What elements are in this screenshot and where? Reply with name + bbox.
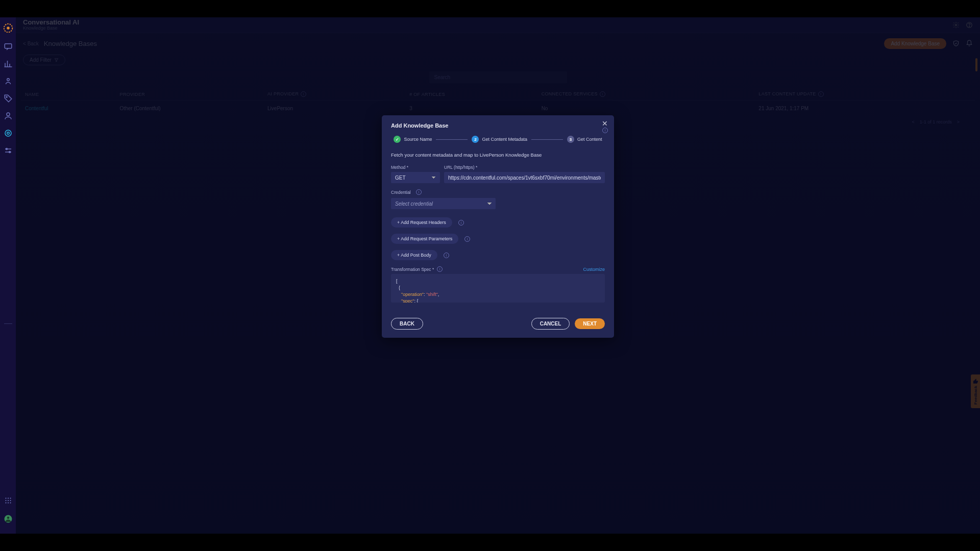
svg-point-6 [5,130,11,136]
svg-point-1 [7,27,10,30]
svg-point-15 [10,500,11,501]
avatar-icon[interactable] [4,514,13,523]
users-icon[interactable] [4,111,13,120]
credential-label: Credential [391,190,411,195]
bot-icon[interactable] [4,77,13,86]
add-request-parameters-button[interactable]: + Add Request Parameters [391,234,458,244]
brand-logo-icon [3,22,14,34]
url-label: URL (http/https) * [444,165,605,170]
svg-point-8 [6,148,7,150]
check-icon: ✓ [394,136,401,143]
url-input[interactable] [444,172,605,183]
info-icon[interactable]: i [458,220,464,226]
svg-point-9 [9,152,10,153]
svg-point-18 [10,502,11,503]
svg-rect-2 [5,44,12,48]
svg-point-17 [7,502,8,503]
modal-description: Fetch your content metadata and map to L… [391,152,605,158]
svg-point-10 [5,497,6,498]
info-icon[interactable]: i [464,236,470,242]
svg-point-5 [7,113,10,116]
next-button[interactable]: NEXT [575,318,605,329]
chat-icon[interactable] [4,42,13,51]
modal-title: Add Knowledge Base [391,122,605,129]
add-request-headers-button[interactable]: + Add Request Headers [391,217,452,228]
modal-overlay: ✕ i Add Knowledge Base ✓ Source Name 2 G… [16,17,980,534]
method-label: Method * [391,165,440,170]
knowledge-icon[interactable] [4,129,13,138]
svg-point-3 [7,79,9,81]
step-source-name: ✓ Source Name [394,136,432,143]
svg-point-11 [7,497,8,498]
analytics-icon[interactable] [4,59,13,68]
step-get-content: 3 Get Content [567,136,602,143]
add-post-body-button[interactable]: + Add Post Body [391,250,437,260]
close-icon[interactable]: ✕ [602,119,608,128]
method-select[interactable]: GET [391,172,440,183]
svg-point-13 [5,500,6,501]
info-icon[interactable]: i [444,253,449,258]
add-kb-modal: ✕ i Add Knowledge Base ✓ Source Name 2 G… [382,115,614,338]
info-icon[interactable]: i [416,189,422,195]
svg-point-7 [7,132,9,135]
modal-info-icon[interactable]: i [602,128,608,133]
svg-point-12 [10,497,11,498]
svg-point-14 [7,500,8,501]
left-sidebar [0,17,16,534]
back-button[interactable]: BACK [391,318,423,330]
transformation-spec-code[interactable]: [ { "operation": "shift", "spec": { "ite… [391,274,605,303]
apps-grid-icon[interactable] [4,496,13,505]
step-get-metadata: 2 Get Content Metadata [472,136,527,143]
svg-point-4 [6,96,7,97]
info-icon[interactable]: i [437,266,443,272]
svg-point-20 [7,517,9,519]
credential-select[interactable]: Select credential [391,198,496,209]
tag-icon[interactable] [4,94,13,103]
svg-point-16 [5,502,6,503]
transformation-spec-label: Transformation Spec * [391,267,434,272]
wizard-stepper: ✓ Source Name 2 Get Content Metadata 3 G… [391,136,605,143]
customize-link[interactable]: Customize [583,267,605,272]
cancel-button[interactable]: CANCEL [531,318,570,330]
settings-sliders-icon[interactable] [4,146,13,155]
